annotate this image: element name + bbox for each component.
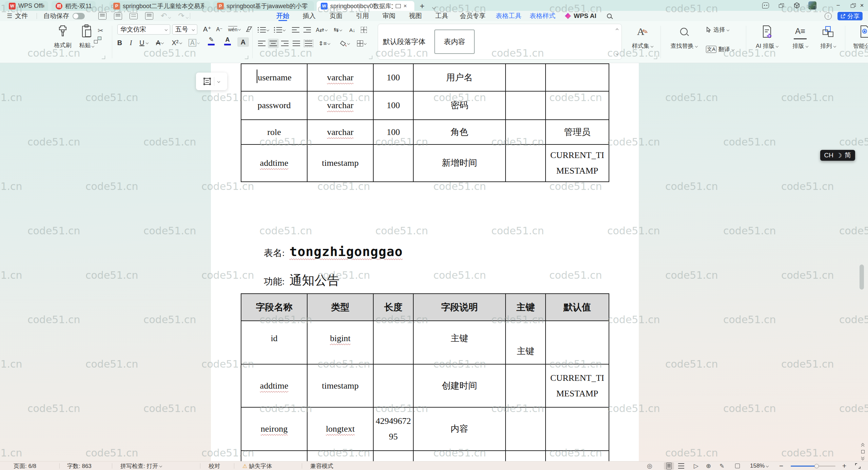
next-page-icon[interactable] <box>861 456 865 460</box>
table-cell[interactable]: neirong <box>241 408 308 451</box>
page-view-icon[interactable] <box>664 462 674 470</box>
tab-presentation-1[interactable]: P springboot二手儿童绘本交易系统设 <box>109 1 210 11</box>
menu-tab-insert[interactable]: 插入 <box>303 11 316 21</box>
table-cell[interactable]: 主键 <box>506 321 546 365</box>
align-left-icon[interactable] <box>256 39 267 48</box>
style-set-button[interactable]: A✎ 样式集 <box>628 24 657 50</box>
table-cell[interactable]: 发布时间 <box>414 451 506 461</box>
table-cell[interactable] <box>546 64 609 92</box>
search-icon[interactable] <box>607 11 612 21</box>
table-cell[interactable]: date <box>308 451 374 461</box>
table-header-cell[interactable]: 字段说明 <box>414 294 506 321</box>
styles-dialog-launcher-icon[interactable] <box>654 56 657 59</box>
table-cell[interactable]: 角色 <box>414 120 506 145</box>
translate-button[interactable]: 文A 翻译 <box>706 45 734 53</box>
upload-cloud-icon[interactable]: ↑ <box>825 11 832 21</box>
table-cell[interactable] <box>374 321 414 365</box>
table-cell[interactable]: CURRENT_TIMESTAMP <box>546 365 609 408</box>
table-cell[interactable]: username <box>241 64 308 92</box>
table-cell[interactable]: fabushijian <box>241 451 308 461</box>
menu-tab-table-tools[interactable]: 表格工具 <box>496 11 521 21</box>
table-cell[interactable]: varchar <box>308 92 374 120</box>
font-name-select[interactable]: 华文仿宋 <box>117 24 170 35</box>
numbered-list-button[interactable] <box>273 25 286 35</box>
table-cell[interactable] <box>374 451 414 461</box>
table-header-cell[interactable]: 默认值 <box>546 294 609 321</box>
show-marks-icon[interactable] <box>358 25 370 35</box>
gallery-scroll[interactable] <box>616 29 618 55</box>
previous-page-icon[interactable] <box>861 444 865 447</box>
chevron-down-icon[interactable] <box>217 80 220 83</box>
style-table-content[interactable]: 表内容 <box>434 30 475 54</box>
table-cell[interactable]: timestamp <box>308 145 374 182</box>
table-cell[interactable]: role <box>241 120 308 145</box>
menu-tab-page[interactable]: 页面 <box>330 11 342 21</box>
shading-color-button[interactable] <box>337 39 352 48</box>
table-cell[interactable]: password <box>241 92 308 120</box>
table-cell[interactable]: addtime <box>241 145 308 182</box>
vertical-scrollbar-thumb[interactable] <box>860 265 864 290</box>
ai-layout-button[interactable]: AI 排版 <box>750 24 784 50</box>
menu-tab-review[interactable]: 审阅 <box>382 11 395 21</box>
decrease-indent-icon[interactable] <box>290 25 301 35</box>
tab-close-icon[interactable]: × <box>403 3 407 9</box>
font-size-select[interactable]: 五号 <box>172 24 197 35</box>
menu-tab-table-style[interactable]: 表格样式 <box>530 11 555 21</box>
font-dialog-launcher-icon[interactable] <box>245 56 248 59</box>
table-name-line[interactable]: 表名: tongzhigonggao <box>264 244 403 259</box>
justify-icon[interactable] <box>291 39 302 48</box>
table-cell[interactable]: 创建时间 <box>414 365 506 408</box>
web-view-icon[interactable]: ⊕ <box>706 462 711 470</box>
compat-mode[interactable]: 兼容模式 <box>310 462 333 470</box>
gallery-up-icon[interactable] <box>616 28 618 31</box>
table-cell[interactable] <box>374 365 414 408</box>
cube-icon[interactable] <box>790 0 804 11</box>
increase-indent-icon[interactable] <box>302 25 313 35</box>
distribute-icon[interactable] <box>302 39 315 48</box>
autosave-control[interactable]: 自动保存 <box>43 11 85 21</box>
table-cell[interactable]: CURRENT_TIMESTAMP <box>546 145 609 182</box>
menu-tab-reference[interactable]: 引用 <box>356 11 369 21</box>
table-cell[interactable]: 内容 <box>414 408 506 451</box>
share-button[interactable]: 分享 <box>837 12 863 20</box>
eye-protect-icon[interactable]: ◎ <box>647 462 652 470</box>
borders-button[interactable] <box>354 39 369 48</box>
table-cell[interactable] <box>506 408 546 451</box>
text-direction-button[interactable]: ⇆ <box>331 25 344 35</box>
missing-font-warning[interactable]: ⚠ 缺失字体 <box>242 462 272 470</box>
table-cell[interactable] <box>546 408 609 451</box>
autosave-toggle[interactable] <box>73 13 85 19</box>
tab-list-chevron-icon[interactable] <box>433 4 435 10</box>
table-cell[interactable]: timestamp <box>308 365 374 408</box>
fullscreen-icon[interactable] <box>855 462 861 470</box>
font-color-button[interactable]: A <box>220 36 235 45</box>
align-center-icon[interactable] <box>268 39 279 48</box>
paragraph-dialog-launcher-icon[interactable] <box>369 56 372 59</box>
wps-ai-button[interactable]: WPS AI <box>565 11 596 21</box>
spellcheck-status[interactable]: 拼写检查: 打开 <box>120 462 162 470</box>
table-cell[interactable] <box>546 92 609 120</box>
table-cell[interactable] <box>506 145 546 182</box>
table-select-button[interactable] <box>196 73 227 90</box>
table-cell[interactable] <box>506 120 546 145</box>
tab-window-icon[interactable] <box>396 4 401 8</box>
table-cell[interactable]: 100 <box>374 64 414 92</box>
minimize-button[interactable]: − <box>831 0 845 11</box>
table-header-cell[interactable]: 长度 <box>374 294 414 321</box>
ai-assistant-icon[interactable] <box>759 0 772 11</box>
strikethrough-button[interactable]: A <box>152 38 167 47</box>
table-header-cell[interactable]: 主键 <box>506 294 546 321</box>
document-canvas[interactable]: username varchar 100 用户名 password varcha… <box>0 63 868 461</box>
proofread-button[interactable]: 校对 <box>209 462 220 470</box>
print-icon[interactable] <box>130 13 138 19</box>
outline-view-icon[interactable] <box>678 462 684 470</box>
table-cell[interactable] <box>506 64 546 92</box>
table-cell[interactable]: 100 <box>374 92 414 120</box>
ink-icon[interactable]: ✎ <box>719 462 724 470</box>
italic-button[interactable]: I <box>126 38 136 47</box>
bullet-list-button[interactable] <box>256 25 270 35</box>
menu-tab-home[interactable]: 开始 <box>276 11 289 21</box>
redo-icon[interactable]: ↷ <box>178 12 188 20</box>
save-icon[interactable] <box>98 12 106 20</box>
word-count[interactable]: 字数: 863 <box>67 462 92 470</box>
